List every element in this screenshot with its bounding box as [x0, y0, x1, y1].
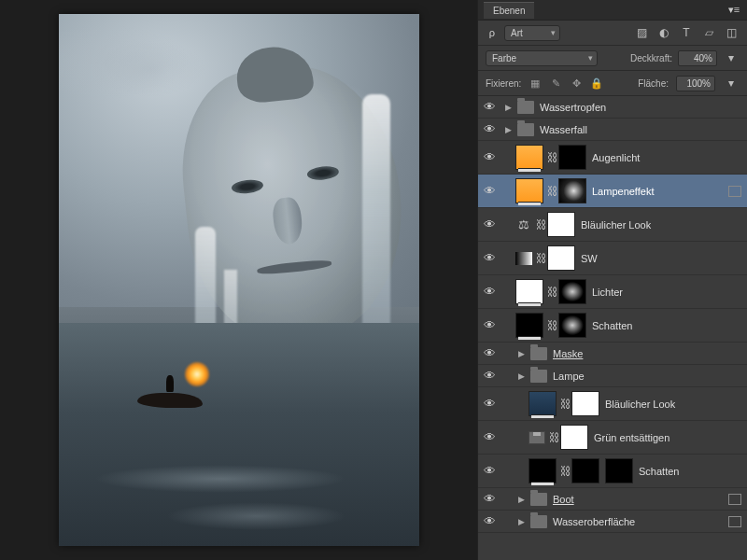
filter-image-icon[interactable]: ▨: [633, 25, 650, 40]
layer-row[interactable]: 👁▶Maske: [478, 343, 747, 365]
visibility-toggle[interactable]: 👁: [480, 464, 499, 478]
blend-mode-select[interactable]: Farbe: [486, 50, 598, 66]
layer-name[interactable]: Schatten: [637, 466, 743, 477]
layer-name[interactable]: Lichter: [590, 287, 743, 298]
layer-row[interactable]: 👁⛓Bläulicher Look: [478, 387, 747, 421]
layer-row[interactable]: 👁⛓SW: [478, 242, 747, 275]
disclosure-triangle-icon[interactable]: ▶: [515, 349, 527, 358]
layer-mask-thumbnail[interactable]: [605, 458, 633, 483]
layer-name[interactable]: Lampe: [551, 371, 743, 382]
visibility-toggle[interactable]: 👁: [480, 285, 499, 299]
layer-row[interactable]: 👁⛓Schatten: [478, 309, 747, 343]
layer-mask-thumbnail[interactable]: [558, 178, 586, 203]
layer-row[interactable]: 👁⛓Grün entsättigen: [478, 421, 747, 455]
filter-adjust-icon[interactable]: ◐: [655, 25, 672, 40]
tab-layers[interactable]: Ebenen: [484, 2, 534, 19]
layer-effects-icon[interactable]: [728, 186, 741, 197]
visibility-toggle[interactable]: 👁: [480, 217, 499, 231]
layer-mask-thumbnail[interactable]: [558, 279, 586, 304]
visibility-toggle[interactable]: 👁: [480, 430, 499, 444]
layer-thumbnail[interactable]: [529, 391, 557, 416]
lock-position-icon[interactable]: ✥: [570, 77, 583, 90]
lock-all-icon[interactable]: 🔒: [590, 77, 603, 90]
layer-row[interactable]: 👁▶Boot: [478, 488, 747, 511]
layer-thumbnail[interactable]: [515, 279, 543, 304]
layer-row[interactable]: 👁⛓Lampeneffekt: [478, 175, 747, 208]
layer-name[interactable]: Augenlicht: [590, 152, 743, 163]
lock-transparency-icon[interactable]: ▦: [529, 77, 542, 90]
opacity-input[interactable]: 40%: [678, 50, 717, 66]
layer-thumbnail[interactable]: [515, 313, 543, 338]
mask-link-icon[interactable]: ⛓: [549, 431, 557, 444]
fill-chevron-icon[interactable]: ▾: [723, 76, 740, 91]
layer-name[interactable]: Grün entsättigen: [592, 432, 743, 443]
disclosure-triangle-icon[interactable]: ▶: [515, 517, 527, 526]
layer-mask-thumbnail[interactable]: [571, 458, 599, 483]
layer-name[interactable]: Wasseroberfläche: [551, 516, 725, 527]
layer-mask-thumbnail[interactable]: [558, 145, 586, 170]
disclosure-triangle-icon[interactable]: ▶: [502, 103, 514, 112]
opacity-chevron-icon[interactable]: ▾: [723, 50, 740, 65]
lock-pixels-icon[interactable]: ✎: [549, 77, 562, 90]
layer-name[interactable]: Bläulicher Look: [603, 399, 743, 410]
visibility-toggle[interactable]: 👁: [480, 492, 499, 506]
layer-name[interactable]: Wassertropfen: [538, 102, 743, 113]
panel-menu-icon[interactable]: ▾≡: [726, 4, 741, 16]
layer-thumbnail[interactable]: [515, 178, 543, 203]
disclosure-triangle-icon[interactable]: ▶: [515, 371, 527, 381]
layer-mask-thumbnail[interactable]: [560, 425, 588, 450]
visibility-toggle[interactable]: 👁: [480, 184, 499, 198]
filter-smart-icon[interactable]: ◫: [723, 25, 740, 40]
filter-shape-icon[interactable]: ▱: [700, 25, 717, 40]
layer-mask-thumbnail[interactable]: [547, 212, 575, 237]
layer-mask-thumbnail[interactable]: [571, 391, 599, 416]
mask-link-icon[interactable]: ⛓: [536, 252, 543, 265]
layer-thumbnail[interactable]: [515, 145, 543, 170]
mask-link-icon[interactable]: ⛓: [547, 185, 555, 198]
layer-mask-thumbnail[interactable]: [547, 245, 575, 271]
visibility-toggle[interactable]: 👁: [480, 514, 499, 528]
layer-row[interactable]: 👁▶Wassertropfen: [478, 96, 747, 119]
layer-row[interactable]: 👁▶Wasseroberfläche: [478, 511, 747, 533]
layer-thumbnail[interactable]: [529, 431, 545, 444]
layer-name[interactable]: Bläulicher Look: [579, 219, 743, 231]
layer-name[interactable]: Lampeneffekt: [590, 186, 725, 197]
visibility-toggle[interactable]: 👁: [480, 318, 499, 332]
mask-link-icon[interactable]: ⛓: [547, 286, 555, 299]
layer-name[interactable]: Schatten: [590, 320, 743, 331]
layer-thumbnail[interactable]: ⚖: [515, 217, 532, 231]
layer-effects-icon[interactable]: [728, 494, 741, 505]
layer-thumbnail[interactable]: [529, 458, 557, 483]
visibility-toggle[interactable]: 👁: [480, 346, 499, 360]
layer-row[interactable]: 👁▶Lampe: [478, 365, 747, 387]
layer-effects-icon[interactable]: [728, 516, 741, 527]
layer-row[interactable]: 👁⛓Schatten: [478, 455, 747, 488]
mask-link-icon[interactable]: ⛓: [536, 218, 543, 231]
filter-type-select[interactable]: Art: [504, 25, 560, 41]
layer-name[interactable]: Boot: [551, 494, 725, 505]
visibility-toggle[interactable]: 👁: [480, 251, 499, 265]
visibility-toggle[interactable]: 👁: [480, 150, 499, 164]
visibility-toggle[interactable]: 👁: [480, 397, 499, 411]
mask-link-icon[interactable]: ⛓: [547, 151, 555, 164]
layer-name[interactable]: Maske: [551, 348, 743, 359]
visibility-toggle[interactable]: 👁: [480, 369, 499, 383]
visibility-toggle[interactable]: 👁: [480, 100, 499, 114]
disclosure-triangle-icon[interactable]: ▶: [515, 495, 527, 504]
layer-row[interactable]: 👁▶Wasserfall: [478, 119, 747, 141]
layer-row[interactable]: 👁⛓Augenlicht: [478, 141, 747, 175]
filter-type-icon[interactable]: T: [678, 25, 695, 40]
layer-thumbnail[interactable]: [515, 252, 532, 265]
layer-name[interactable]: SW: [579, 253, 743, 264]
layer-name[interactable]: Wasserfall: [538, 124, 743, 135]
mask-link-icon[interactable]: ⛓: [560, 398, 568, 411]
layer-row[interactable]: 👁⚖⛓Bläulicher Look: [478, 208, 747, 242]
layers-list[interactable]: 👁▶Wassertropfen👁▶Wasserfall👁⛓Augenlicht👁…: [478, 96, 747, 560]
layer-row[interactable]: 👁⛓Lichter: [478, 275, 747, 309]
disclosure-triangle-icon[interactable]: ▶: [502, 125, 514, 134]
fill-input[interactable]: 100%: [676, 76, 715, 91]
visibility-toggle[interactable]: 👁: [480, 122, 499, 136]
mask-link-icon[interactable]: ⛓: [547, 319, 555, 332]
mask-link-icon[interactable]: ⛓: [560, 465, 568, 478]
layer-mask-thumbnail[interactable]: [558, 313, 586, 338]
